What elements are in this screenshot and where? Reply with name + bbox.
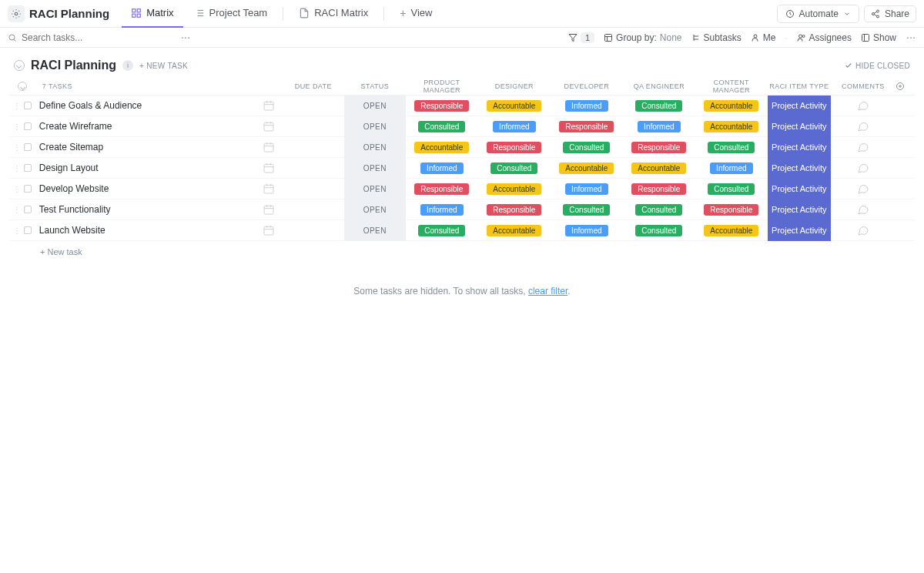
group-by-button[interactable]: Group by: None bbox=[604, 32, 681, 43]
list-settings-icon[interactable] bbox=[8, 5, 25, 22]
raci-tag[interactable]: Responsible bbox=[414, 183, 469, 195]
task-name[interactable]: Launch Website bbox=[39, 225, 105, 236]
list-title[interactable]: RACI Planning bbox=[29, 7, 109, 20]
search-options-icon[interactable] bbox=[180, 32, 191, 43]
raci-tag[interactable]: Accountable bbox=[704, 100, 758, 112]
raci-tag[interactable]: Consulted bbox=[563, 142, 610, 153]
drag-handle-icon[interactable]: ⋮⋮ bbox=[13, 185, 24, 193]
status-cell[interactable]: OPEN bbox=[344, 199, 406, 220]
raci-tag[interactable]: Consulted bbox=[490, 163, 537, 174]
tab-matrix[interactable]: Matrix bbox=[122, 0, 182, 28]
col-developer[interactable]: DEVELOPER bbox=[551, 82, 623, 90]
raci-tag[interactable]: Accountable bbox=[704, 121, 758, 132]
status-cell[interactable]: OPEN bbox=[344, 96, 406, 116]
calendar-icon[interactable] bbox=[263, 224, 275, 236]
status-cell[interactable]: OPEN bbox=[344, 137, 406, 158]
show-button[interactable]: Show bbox=[861, 32, 896, 43]
task-row[interactable]: ⋮⋮ Create Sitemap OPEN Accountable Respo… bbox=[9, 137, 915, 158]
raci-tag[interactable]: Informed bbox=[493, 121, 535, 132]
drag-handle-icon[interactable]: ⋮⋮ bbox=[13, 164, 24, 173]
calendar-icon[interactable] bbox=[263, 162, 275, 174]
raci-type-cell[interactable]: Project Activity bbox=[768, 158, 831, 179]
comment-icon[interactable] bbox=[857, 120, 869, 132]
raci-tag[interactable]: Consulted bbox=[563, 204, 610, 216]
drag-handle-icon[interactable]: ⋮⋮ bbox=[13, 122, 24, 131]
raci-tag[interactable]: Responsible bbox=[559, 121, 614, 132]
task-name[interactable]: Test Functionality bbox=[39, 204, 111, 215]
calendar-icon[interactable] bbox=[263, 183, 275, 195]
col-qa-engineer[interactable]: QA ENGINEER bbox=[623, 82, 695, 90]
raci-tag[interactable]: Informed bbox=[565, 100, 608, 112]
calendar-icon[interactable] bbox=[263, 99, 275, 112]
raci-tag[interactable]: Responsible bbox=[487, 204, 541, 216]
raci-type-cell[interactable]: Project Activity bbox=[768, 179, 831, 199]
expand-all-toggle[interactable] bbox=[9, 82, 36, 91]
raci-tag[interactable]: Responsible bbox=[631, 142, 686, 153]
task-name[interactable]: Design Layout bbox=[39, 163, 99, 173]
comment-icon[interactable] bbox=[857, 141, 869, 153]
hide-closed-button[interactable]: HIDE CLOSED bbox=[845, 62, 910, 70]
tab-project-team[interactable]: Project Team bbox=[185, 0, 277, 28]
search-input[interactable] bbox=[22, 32, 176, 43]
raci-tag[interactable]: Responsible bbox=[487, 142, 541, 153]
task-row[interactable]: ⋮⋮ Create Wireframe OPEN Consulted Infor… bbox=[9, 116, 915, 137]
task-row[interactable]: ⋮⋮ Design Layout OPEN Informed Consulted… bbox=[9, 158, 915, 179]
raci-tag[interactable]: Responsible bbox=[631, 183, 686, 195]
collapse-toggle[interactable] bbox=[14, 60, 25, 71]
add-column-button[interactable] bbox=[896, 82, 915, 91]
comment-icon[interactable] bbox=[857, 162, 869, 174]
automate-button[interactable]: Automate bbox=[777, 5, 859, 23]
raci-tag[interactable]: Informed bbox=[420, 163, 463, 174]
raci-tag[interactable]: Responsible bbox=[414, 100, 469, 112]
info-icon[interactable]: i bbox=[122, 60, 133, 71]
raci-tag[interactable]: Accountable bbox=[414, 142, 469, 153]
drag-handle-icon[interactable]: ⋮⋮ bbox=[13, 102, 24, 110]
comment-icon[interactable] bbox=[857, 224, 869, 236]
drag-handle-icon[interactable]: ⋮⋮ bbox=[13, 143, 24, 152]
raci-tag[interactable]: Informed bbox=[565, 183, 608, 195]
raci-tag[interactable]: Consulted bbox=[418, 121, 465, 132]
raci-tag[interactable]: Informed bbox=[565, 225, 608, 236]
tab-raci-matrix[interactable]: RACI Matrix bbox=[290, 0, 377, 28]
raci-tag[interactable]: Consulted bbox=[635, 100, 682, 112]
status-square[interactable] bbox=[24, 164, 32, 172]
raci-tag[interactable]: Accountable bbox=[631, 163, 686, 174]
raci-tag[interactable]: Accountable bbox=[487, 183, 541, 195]
raci-tag[interactable]: Consulted bbox=[708, 183, 755, 195]
raci-tag[interactable]: Accountable bbox=[487, 225, 541, 236]
raci-tag[interactable]: Accountable bbox=[704, 225, 758, 236]
col-product-manager[interactable]: PRODUCT MANAGER bbox=[406, 79, 478, 94]
task-name[interactable]: Create Sitemap bbox=[39, 142, 103, 152]
task-name[interactable]: Create Wireframe bbox=[39, 121, 112, 132]
status-square[interactable] bbox=[24, 206, 32, 213]
task-name[interactable]: Develop Website bbox=[39, 183, 109, 194]
status-square[interactable] bbox=[24, 143, 32, 151]
task-row[interactable]: ⋮⋮ Develop Website OPEN Responsible Acco… bbox=[9, 179, 915, 199]
col-status[interactable]: STATUS bbox=[344, 82, 406, 90]
raci-tag[interactable]: Consulted bbox=[635, 204, 682, 216]
more-icon[interactable] bbox=[906, 32, 916, 43]
task-row[interactable]: ⋮⋮ Launch Website OPEN Consulted Account… bbox=[9, 220, 915, 241]
comment-icon[interactable] bbox=[857, 203, 869, 216]
status-cell[interactable]: OPEN bbox=[344, 158, 406, 179]
new-task-header-button[interactable]: + NEW TASK bbox=[139, 62, 188, 70]
raci-tag[interactable]: Consulted bbox=[418, 225, 465, 236]
status-cell[interactable]: OPEN bbox=[344, 220, 406, 241]
col-due-date[interactable]: DUE DATE bbox=[283, 82, 344, 90]
raci-tag[interactable]: Informed bbox=[638, 121, 680, 132]
status-square[interactable] bbox=[24, 185, 32, 193]
calendar-icon[interactable] bbox=[263, 120, 275, 132]
filter-button[interactable]: 1 bbox=[568, 32, 594, 43]
raci-tag[interactable]: Accountable bbox=[559, 163, 614, 174]
raci-tag[interactable]: Informed bbox=[420, 204, 463, 216]
raci-type-cell[interactable]: Project Activity bbox=[768, 116, 831, 137]
drag-handle-icon[interactable]: ⋮⋮ bbox=[13, 206, 24, 214]
task-row[interactable]: ⋮⋮ Test Functionality OPEN Informed Resp… bbox=[9, 199, 915, 220]
calendar-icon[interactable] bbox=[263, 203, 275, 216]
raci-tag[interactable]: Responsible bbox=[704, 204, 758, 216]
task-name[interactable]: Define Goals & Audience bbox=[39, 100, 142, 111]
assignees-button[interactable]: Assignees bbox=[797, 32, 852, 43]
col-designer[interactable]: DESIGNER bbox=[478, 82, 551, 90]
clear-filter-link[interactable]: clear filter bbox=[528, 286, 567, 297]
calendar-icon[interactable] bbox=[263, 141, 275, 153]
